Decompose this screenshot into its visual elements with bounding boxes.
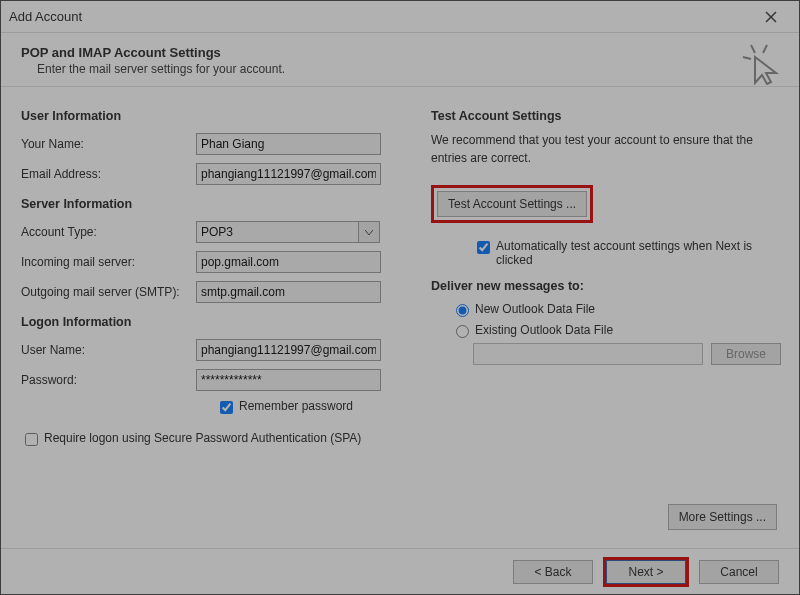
outgoing-server-label: Outgoing mail server (SMTP):: [21, 285, 196, 299]
cancel-button[interactable]: Cancel: [699, 560, 779, 584]
spa-label: Require logon using Secure Password Auth…: [44, 431, 361, 445]
auto-test-checkbox[interactable]: [477, 241, 490, 254]
incoming-server-input[interactable]: [196, 251, 381, 273]
outgoing-server-input[interactable]: [196, 281, 381, 303]
svg-line-3: [763, 45, 767, 53]
test-account-settings-button[interactable]: Test Account Settings ...: [437, 191, 587, 217]
user-info-heading: User Information: [21, 109, 421, 123]
header-subtitle: Enter the mail server settings for your …: [21, 62, 779, 76]
dialog-header: POP and IMAP Account Settings Enter the …: [1, 33, 799, 87]
password-label: Password:: [21, 373, 196, 387]
right-column: Test Account Settings We recommend that …: [421, 105, 781, 455]
existing-data-file-label: Existing Outlook Data File: [475, 323, 613, 337]
your-name-label: Your Name:: [21, 137, 196, 151]
email-label: Email Address:: [21, 167, 196, 181]
chevron-down-icon: [365, 230, 373, 235]
deliver-heading: Deliver new messages to:: [431, 279, 781, 293]
existing-data-file-radio[interactable]: [456, 325, 469, 338]
header-title: POP and IMAP Account Settings: [21, 45, 779, 60]
account-type-label: Account Type:: [21, 225, 196, 239]
test-settings-description: We recommend that you test your account …: [431, 131, 781, 167]
next-button-highlight: Next >: [603, 557, 689, 587]
email-input[interactable]: [196, 163, 381, 185]
window-title: Add Account: [9, 9, 82, 24]
new-data-file-radio[interactable]: [456, 304, 469, 317]
more-settings-button[interactable]: More Settings ...: [668, 504, 777, 530]
close-icon: [765, 11, 777, 23]
test-settings-heading: Test Account Settings: [431, 109, 781, 123]
titlebar: Add Account: [1, 1, 799, 33]
username-label: User Name:: [21, 343, 196, 357]
new-data-file-label: New Outlook Data File: [475, 302, 595, 316]
your-name-input[interactable]: [196, 133, 381, 155]
remember-password-checkbox[interactable]: [220, 401, 233, 414]
next-button[interactable]: Next >: [606, 560, 686, 584]
back-button[interactable]: < Back: [513, 560, 593, 584]
spa-checkbox[interactable]: [25, 433, 38, 446]
logon-info-heading: Logon Information: [21, 315, 421, 329]
svg-line-2: [751, 45, 755, 53]
username-input[interactable]: [196, 339, 381, 361]
browse-button[interactable]: Browse: [711, 343, 781, 365]
auto-test-label: Automatically test account settings when…: [496, 239, 781, 267]
password-input[interactable]: [196, 369, 381, 391]
account-type-dropdown-button[interactable]: [358, 221, 380, 243]
close-button[interactable]: [751, 1, 791, 33]
left-column: User Information Your Name: Email Addres…: [21, 105, 421, 455]
test-button-highlight: Test Account Settings ...: [431, 185, 593, 223]
add-account-dialog: Add Account POP and IMAP Account Setting…: [1, 1, 799, 594]
incoming-server-label: Incoming mail server:: [21, 255, 196, 269]
remember-password-label: Remember password: [239, 399, 353, 413]
cursor-click-icon: [741, 43, 781, 85]
dialog-footer: < Back Next > Cancel: [1, 548, 799, 594]
svg-line-4: [743, 57, 751, 59]
server-info-heading: Server Information: [21, 197, 421, 211]
account-type-display[interactable]: [196, 221, 358, 243]
existing-data-file-path: [473, 343, 703, 365]
